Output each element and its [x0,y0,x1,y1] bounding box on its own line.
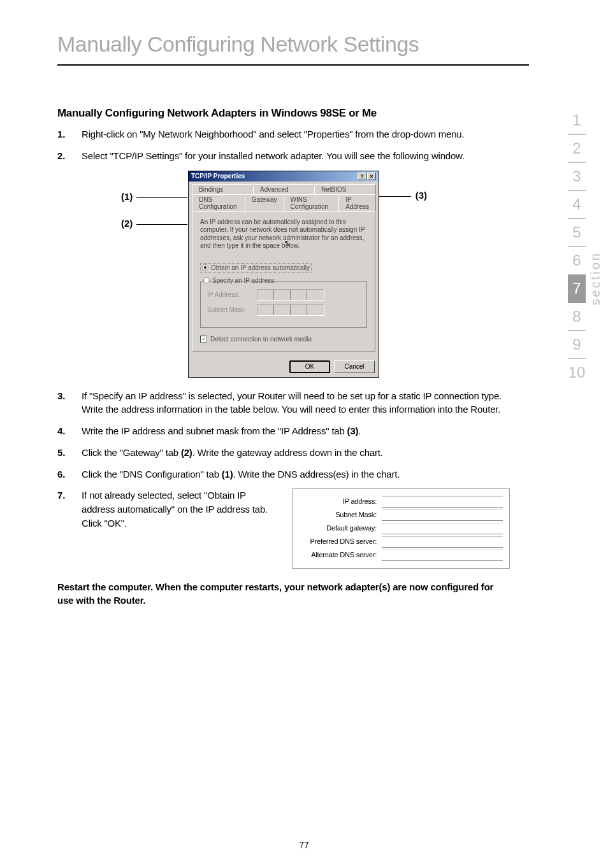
form-input-subnet[interactable] [382,509,503,521]
step-number: 5. [57,446,82,460]
cursor-icon: ↖ [284,239,291,248]
dialog-title: TCP/IP Properties [191,173,245,180]
nav-3[interactable]: 3 [568,163,586,191]
ip-input[interactable] [257,289,324,301]
step-2: 2. Select "TCP/IP Settings" for your ins… [57,149,510,163]
radio-obtain-auto[interactable]: Obtain an IP address automatically [200,263,312,273]
nav-10[interactable]: 10 [568,359,586,386]
step-text: If not already selected, select "Obtain … [82,488,273,569]
form-input-dns2[interactable] [382,550,503,561]
tab-netbios[interactable]: NetBIOS [314,184,376,194]
nav-7[interactable]: 7 [568,275,586,303]
step-3: 3. If "Specify an IP address" is selecte… [57,389,510,417]
section-heading: Manually Configuring Network Adapters in… [57,107,510,120]
step-7: 7. If not already selected, select "Obta… [57,488,510,569]
ok-button[interactable]: OK [289,360,330,373]
tab-bindings[interactable]: Bindings [192,184,254,194]
radio-icon [203,277,210,283]
callout-1: (1) [121,191,133,202]
tab-advanced[interactable]: Advanced [253,184,315,194]
page-number: 77 [0,840,608,850]
help-icon[interactable]: ? [358,173,366,180]
nav-2[interactable]: 2 [568,135,586,163]
closing-text: Restart the computer. When the computer … [57,580,510,607]
step-number: 6. [57,467,82,481]
subnet-label: Subnet Mask: [207,306,252,313]
step-number: 4. [57,424,82,438]
section-vertical-label: section [588,252,603,305]
tab-panel: An IP address can be automatically assig… [192,211,375,352]
ip-label: IP Address: [207,291,252,298]
ip-field-row: IP Address: [207,289,360,301]
step-6: 6. Click the "DNS Configuration" tab (1)… [57,467,510,481]
nav-1[interactable]: 1 [568,107,586,135]
callout-line [136,224,187,225]
step-number: 2. [57,149,82,163]
step-text: Write the IP address and subnet mask fro… [82,424,510,438]
page-title: Manually Configuring Network Settings [57,32,563,57]
tab-ipaddress[interactable]: IP Address [338,194,376,211]
close-icon[interactable]: × [367,173,376,180]
step-4: 4. Write the IP address and subnet mask … [57,424,510,438]
nav-5[interactable]: 5 [568,219,586,247]
radio-label: Specify an IP address: [212,277,276,284]
form-input-dns1[interactable] [382,536,503,548]
radio-icon [202,264,208,271]
step-text: If "Specify an IP address" is selected, … [82,389,510,417]
nav-4[interactable]: 4 [568,191,586,219]
step-number: 1. [57,127,82,141]
callout-2: (2) [121,218,133,229]
radio-specify[interactable]: Specify an IP address: [203,277,360,284]
section-nav: 1 2 3 4 5 6 7 8 9 10 [565,107,589,386]
form-input-ip[interactable] [382,496,503,508]
step-text: Right-click on "My Network Neighborhood"… [82,127,510,141]
detect-checkbox-row[interactable]: ✓ Detect connection to network media [200,336,367,343]
nav-6[interactable]: 6 [568,247,586,275]
tcpip-dialog: TCP/IP Properties ? × Bindings Advanced … [188,171,379,378]
step-text: Select "TCP/IP Settings" for your instal… [82,149,510,163]
step-number: 3. [57,389,82,417]
subnet-field-row: Subnet Mask: [207,304,360,316]
step-text: Click the "Gateway" tab (2). Write the g… [82,446,510,460]
tab-dns[interactable]: DNS Configuration [192,194,245,211]
tab-wins[interactable]: WINS Configuration [284,194,340,211]
form-label-dns2: Alternate DNS server: [299,550,382,560]
callout-line [136,197,187,198]
specify-group: Specify an IP address: IP Address: Subne… [200,281,367,328]
step-1: 1. Right-click on "My Network Neighborho… [57,127,510,141]
dialog-titlebar: TCP/IP Properties ? × [189,171,379,181]
title-rule [57,64,529,66]
callout-3: (3) [416,190,427,201]
nav-9[interactable]: 9 [568,331,586,359]
subnet-input[interactable] [257,304,324,316]
checkbox-icon: ✓ [200,336,207,343]
dialog-info-text: An IP address can be automatically assig… [200,218,367,250]
callout-line [376,196,411,197]
form-input-gateway[interactable] [382,523,503,534]
dialog-figure: (1) (2) (3) TCP/IP Properties ? × Bindin… [57,171,510,378]
radio-label: Obtain an IP address automatically [211,264,310,271]
step-text: Click the "DNS Configuration" tab (1). W… [82,467,510,481]
form-label-subnet: Subnet Mask: [299,510,382,520]
cancel-button[interactable]: Cancel [334,360,375,373]
form-label-dns1: Preferred DNS server: [299,537,382,547]
checkbox-label: Detect connection to network media [210,336,312,343]
form-label-ip: IP address: [299,497,382,507]
nav-8[interactable]: 8 [568,303,586,331]
step-number: 7. [57,488,82,569]
step-5: 5. Click the "Gateway" tab (2). Write th… [57,446,510,460]
tab-gateway[interactable]: Gateway [245,194,284,211]
address-form: IP address: Subnet Mask: Default gateway… [292,488,510,569]
form-label-gateway: Default gateway: [299,523,382,534]
